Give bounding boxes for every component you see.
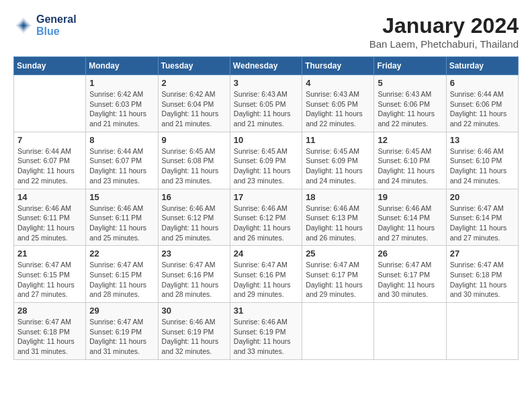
weekday-header-wednesday: Wednesday <box>230 57 302 75</box>
sunset-text: Sunset: 6:09 PM <box>306 156 370 166</box>
sunset-text: Sunset: 6:06 PM <box>450 99 515 109</box>
daylight-text: Daylight: 11 hours and 24 minutes. <box>450 166 515 185</box>
day-cell: 16 Sunrise: 6:46 AM Sunset: 6:12 PM Dayl… <box>158 189 230 246</box>
sunset-text: Sunset: 6:06 PM <box>378 99 442 109</box>
sunrise-text: Sunrise: 6:45 AM <box>234 146 298 156</box>
sunset-text: Sunset: 6:14 PM <box>378 213 442 223</box>
day-cell: 1 Sunrise: 6:42 AM Sunset: 6:03 PM Dayli… <box>86 75 158 132</box>
weekday-header-monday: Monday <box>86 57 158 75</box>
sunrise-text: Sunrise: 6:47 AM <box>162 260 226 270</box>
daylight-text: Daylight: 11 hours and 21 minutes. <box>89 109 154 128</box>
day-cell: 5 Sunrise: 6:43 AM Sunset: 6:06 PM Dayli… <box>374 75 446 132</box>
day-info: Sunrise: 6:46 AM Sunset: 6:11 PM Dayligh… <box>89 203 154 243</box>
daylight-text: Daylight: 11 hours and 31 minutes. <box>89 336 154 356</box>
sunrise-text: Sunrise: 6:46 AM <box>234 203 298 214</box>
day-cell: 4 Sunrise: 6:43 AM Sunset: 6:05 PM Dayli… <box>302 75 374 132</box>
daylight-text: Daylight: 11 hours and 26 minutes. <box>234 223 298 242</box>
day-info: Sunrise: 6:46 AM Sunset: 6:14 PM Dayligh… <box>378 203 442 243</box>
day-cell: 20 Sunrise: 6:47 AM Sunset: 6:14 PM Dayl… <box>446 189 518 246</box>
sunset-text: Sunset: 6:07 PM <box>89 156 154 166</box>
sunrise-text: Sunrise: 6:45 AM <box>162 146 226 156</box>
day-info: Sunrise: 6:46 AM Sunset: 6:11 PM Dayligh… <box>17 203 82 243</box>
daylight-text: Daylight: 11 hours and 24 minutes. <box>306 166 370 185</box>
day-number: 13 <box>450 135 515 145</box>
daylight-text: Daylight: 11 hours and 30 minutes. <box>378 280 442 300</box>
daylight-text: Daylight: 11 hours and 23 minutes. <box>162 166 226 185</box>
day-info: Sunrise: 6:42 AM Sunset: 6:04 PM Dayligh… <box>162 89 226 129</box>
day-cell: 31 Sunrise: 6:46 AM Sunset: 6:19 PM Dayl… <box>230 303 302 360</box>
day-cell: 10 Sunrise: 6:45 AM Sunset: 6:09 PM Dayl… <box>230 132 302 189</box>
month-title: January 2024 <box>369 13 519 38</box>
daylight-text: Daylight: 11 hours and 31 minutes. <box>17 336 82 356</box>
day-number: 3 <box>234 78 298 88</box>
location: Ban Laem, Phetchaburi, Thailand <box>369 38 519 50</box>
day-cell: 26 Sunrise: 6:47 AM Sunset: 6:17 PM Dayl… <box>374 246 446 303</box>
day-number: 31 <box>234 306 298 316</box>
sunrise-text: Sunrise: 6:46 AM <box>378 203 442 214</box>
sunset-text: Sunset: 6:15 PM <box>17 270 82 280</box>
week-row-1: 1 Sunrise: 6:42 AM Sunset: 6:03 PM Dayli… <box>14 75 519 132</box>
day-info: Sunrise: 6:47 AM Sunset: 6:18 PM Dayligh… <box>17 317 82 357</box>
daylight-text: Daylight: 11 hours and 23 minutes. <box>89 166 154 185</box>
daylight-text: Daylight: 11 hours and 28 minutes. <box>89 280 154 300</box>
day-info: Sunrise: 6:47 AM Sunset: 6:16 PM Dayligh… <box>162 260 226 300</box>
daylight-text: Daylight: 11 hours and 25 minutes. <box>162 223 226 242</box>
sunset-text: Sunset: 6:18 PM <box>450 270 515 280</box>
day-info: Sunrise: 6:46 AM Sunset: 6:19 PM Dayligh… <box>162 317 226 357</box>
weekday-header-row: SundayMondayTuesdayWednesdayThursdayFrid… <box>14 57 519 75</box>
sunset-text: Sunset: 6:13 PM <box>306 213 370 223</box>
day-cell: 8 Sunrise: 6:44 AM Sunset: 6:07 PM Dayli… <box>86 132 158 189</box>
sunrise-text: Sunrise: 6:47 AM <box>89 260 154 270</box>
sunrise-text: Sunrise: 6:42 AM <box>162 89 226 99</box>
sunrise-text: Sunrise: 6:47 AM <box>17 260 82 270</box>
day-number: 14 <box>17 192 82 202</box>
day-info: Sunrise: 6:46 AM Sunset: 6:10 PM Dayligh… <box>450 146 515 186</box>
week-row-2: 7 Sunrise: 6:44 AM Sunset: 6:07 PM Dayli… <box>14 132 519 189</box>
day-info: Sunrise: 6:47 AM Sunset: 6:14 PM Dayligh… <box>450 203 515 243</box>
sunset-text: Sunset: 6:05 PM <box>234 99 298 109</box>
day-info: Sunrise: 6:47 AM Sunset: 6:15 PM Dayligh… <box>89 260 154 300</box>
daylight-text: Daylight: 11 hours and 32 minutes. <box>162 336 226 356</box>
day-number: 18 <box>306 192 370 202</box>
sunrise-text: Sunrise: 6:46 AM <box>17 203 82 214</box>
sunrise-text: Sunrise: 6:47 AM <box>17 317 82 327</box>
day-info: Sunrise: 6:43 AM Sunset: 6:06 PM Dayligh… <box>378 89 442 129</box>
day-cell: 14 Sunrise: 6:46 AM Sunset: 6:11 PM Dayl… <box>14 189 86 246</box>
day-cell: 21 Sunrise: 6:47 AM Sunset: 6:15 PM Dayl… <box>14 246 86 303</box>
day-cell: 28 Sunrise: 6:47 AM Sunset: 6:18 PM Dayl… <box>14 303 86 360</box>
sunset-text: Sunset: 6:05 PM <box>306 99 370 109</box>
day-cell <box>374 303 446 360</box>
daylight-text: Daylight: 11 hours and 30 minutes. <box>450 280 515 300</box>
daylight-text: Daylight: 11 hours and 22 minutes. <box>306 109 370 128</box>
daylight-text: Daylight: 11 hours and 29 minutes. <box>306 280 370 300</box>
daylight-text: Daylight: 11 hours and 27 minutes. <box>378 223 442 242</box>
sunrise-text: Sunrise: 6:46 AM <box>306 203 370 214</box>
day-number: 29 <box>89 306 154 316</box>
sunset-text: Sunset: 6:14 PM <box>450 213 515 223</box>
day-number: 24 <box>234 248 298 259</box>
day-cell: 6 Sunrise: 6:44 AM Sunset: 6:06 PM Dayli… <box>446 75 518 132</box>
day-info: Sunrise: 6:44 AM Sunset: 6:06 PM Dayligh… <box>450 89 515 129</box>
sunrise-text: Sunrise: 6:43 AM <box>234 89 298 99</box>
daylight-text: Daylight: 11 hours and 27 minutes. <box>450 223 515 242</box>
daylight-text: Daylight: 11 hours and 29 minutes. <box>234 280 298 300</box>
day-number: 15 <box>89 192 154 202</box>
day-cell: 17 Sunrise: 6:46 AM Sunset: 6:12 PM Dayl… <box>230 189 302 246</box>
sunset-text: Sunset: 6:15 PM <box>89 270 154 280</box>
day-number: 26 <box>378 248 442 259</box>
daylight-text: Daylight: 11 hours and 33 minutes. <box>234 336 298 356</box>
day-info: Sunrise: 6:47 AM Sunset: 6:19 PM Dayligh… <box>89 317 154 357</box>
day-info: Sunrise: 6:45 AM Sunset: 6:08 PM Dayligh… <box>162 146 226 186</box>
day-info: Sunrise: 6:46 AM Sunset: 6:13 PM Dayligh… <box>306 203 370 243</box>
day-number: 23 <box>162 248 226 259</box>
day-number: 27 <box>450 248 515 259</box>
sunrise-text: Sunrise: 6:45 AM <box>378 146 442 156</box>
sunset-text: Sunset: 6:12 PM <box>162 213 226 223</box>
sunset-text: Sunset: 6:19 PM <box>162 327 226 337</box>
day-number: 22 <box>89 248 154 259</box>
sunrise-text: Sunrise: 6:47 AM <box>89 317 154 327</box>
day-info: Sunrise: 6:45 AM Sunset: 6:09 PM Dayligh… <box>306 146 370 186</box>
weekday-header-friday: Friday <box>374 57 446 75</box>
daylight-text: Daylight: 11 hours and 22 minutes. <box>378 109 442 128</box>
sunrise-text: Sunrise: 6:43 AM <box>378 89 442 99</box>
